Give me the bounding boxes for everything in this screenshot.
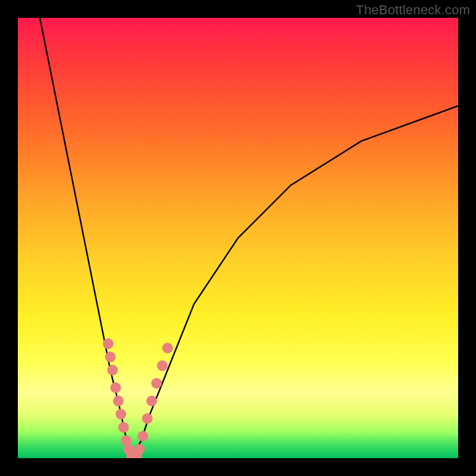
marker-dot [107,365,118,375]
marker-dot [157,361,168,371]
plot-area [18,18,458,458]
watermark-text: TheBottleneck.com [356,2,470,18]
chart-frame: TheBottleneck.com [0,0,476,476]
marker-dot [110,383,121,393]
marker-layer [103,339,173,458]
marker-dot [146,396,157,406]
marker-dot [115,409,126,419]
marker-dot [118,422,129,433]
curve-layer [40,18,458,458]
marker-dot [142,413,153,424]
marker-dot [151,378,162,389]
marker-dot [134,444,145,455]
marker-dot [162,343,173,353]
marker-dot [103,339,114,349]
curve-svg [18,18,458,458]
series-v-curve-right [132,106,458,458]
marker-dot [137,431,148,441]
marker-dot [113,396,124,406]
marker-dot [105,352,115,362]
